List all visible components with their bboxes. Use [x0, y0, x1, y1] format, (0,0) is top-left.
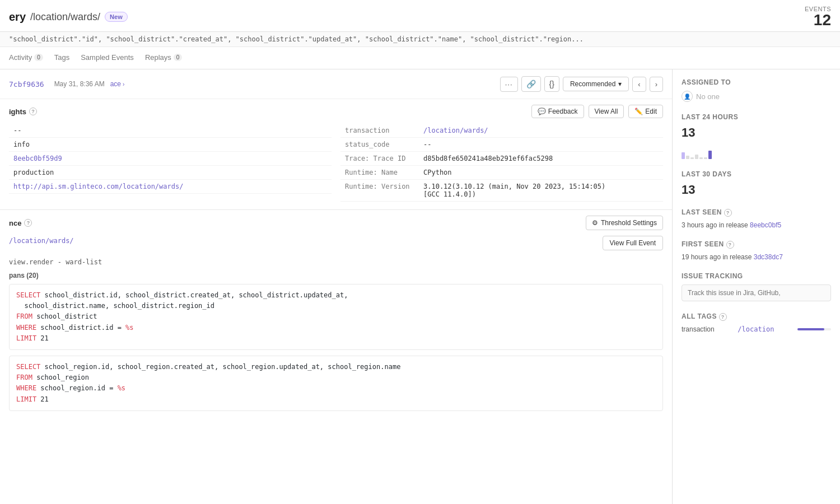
prev-icon: ‹: [638, 80, 640, 88]
tag-value-link[interactable]: /location: [738, 325, 774, 333]
tab-replays-label: Replays: [145, 53, 171, 62]
sql-normal: school_region.id, school_region.created_…: [45, 363, 401, 371]
prev-button[interactable]: ‹: [632, 77, 646, 92]
next-icon: ›: [655, 80, 657, 88]
spans-header: pans (20): [9, 272, 663, 279]
perf-url[interactable]: /location/wards/: [9, 237, 74, 245]
threshold-label: Threshold Settings: [601, 219, 657, 227]
left-row-5-link[interactable]: http://api.sm.glinteco.com/location/ward…: [9, 180, 332, 194]
tab-replays-badge: 0: [174, 54, 183, 61]
sql-normal: school_district.id, school_district.crea…: [45, 291, 348, 299]
recommended-button[interactable]: Recommended ▾: [563, 77, 629, 91]
kv-key-2: status_code: [340, 138, 419, 152]
sql-normal: school_district.id =: [40, 324, 125, 332]
issue-tracking-input[interactable]: [682, 284, 831, 301]
insights-title: ights ?: [9, 108, 37, 116]
details-col-right: transaction /location/wards/ status_code…: [340, 124, 663, 202]
sql-line: LIMIT 21: [16, 333, 656, 344]
first-seen-release-link[interactable]: 3dc38dc7: [754, 253, 783, 261]
tab-tags-label: Tags: [54, 53, 69, 62]
edit-label: Edit: [645, 108, 657, 115]
sql-normal: 21: [40, 395, 48, 403]
last-24h-chart: [682, 142, 831, 159]
all-tags-label: All Tags ?: [682, 312, 831, 321]
no-one-label: No one: [696, 92, 720, 101]
details-grid: -- info 8eebc0bf59d9 production: [9, 124, 663, 202]
tab-sampled-events[interactable]: Sampled Events: [81, 49, 134, 67]
issue-tracking-label: Issue Tracking: [682, 272, 831, 280]
first-seen-label: First Seen ?: [682, 240, 831, 249]
more-button[interactable]: ···: [500, 77, 518, 92]
sql-normal: 21: [40, 334, 48, 342]
trace-label: ace: [110, 80, 121, 88]
table-row: 8eebc0bf59d9: [9, 152, 332, 166]
all-tags-help-icon[interactable]: ?: [719, 313, 727, 321]
table-row: Trace: Trace ID d85bd8fe650241a48eb291ef…: [340, 152, 663, 166]
left-row-4-val: production: [9, 166, 332, 180]
gear-icon: ⚙: [592, 219, 598, 227]
link-button[interactable]: 🔗: [521, 76, 541, 92]
insights-help-icon[interactable]: ?: [29, 108, 37, 115]
last-seen-section: Last Seen ? 3 hours ago in release 8eebc…: [682, 208, 831, 229]
kv-val-2: --: [419, 138, 663, 152]
trace-link[interactable]: ace ›: [110, 80, 125, 88]
last-seen-time: 3 hours ago in release: [682, 221, 748, 229]
feedback-button[interactable]: 💬 Feedback: [531, 105, 584, 118]
code-button[interactable]: {}: [544, 76, 559, 92]
sql-keyword: %s: [118, 384, 125, 392]
table-row: Runtime: Version 3.10.12(3.10.12 (main, …: [340, 180, 663, 202]
edit-icon: ✏️: [634, 108, 643, 115]
kv-val-5: 3.10.12(3.10.12 (main, Nov 20 2023, 15:1…: [419, 180, 663, 202]
tab-replays[interactable]: Replays 0: [145, 49, 183, 67]
page-wrapper: ery /location/wards/ New EVENTS 12 "scho…: [0, 0, 840, 504]
assigned-to-section: Assigned To 👤 No one: [682, 78, 831, 102]
feedback-icon: 💬: [538, 108, 546, 115]
left-kv-table: -- info 8eebc0bf59d9 production: [9, 124, 332, 194]
top-bar: ery /location/wards/ New EVENTS 12: [0, 0, 840, 32]
tab-activity[interactable]: Activity 0: [9, 49, 43, 67]
sql-keyword: SELECT: [16, 363, 40, 371]
view-full-event-button[interactable]: View Full Event: [603, 236, 663, 250]
link-icon: 🔗: [526, 80, 536, 88]
tab-tags[interactable]: Tags: [54, 49, 69, 67]
issue-type: ery: [9, 11, 26, 24]
threshold-settings-button[interactable]: ⚙ Threshold Settings: [586, 216, 663, 230]
table-row: http://api.sm.glinteco.com/location/ward…: [9, 180, 332, 194]
perf-help-icon[interactable]: ?: [24, 219, 32, 227]
sql-line: FROM school_region: [16, 372, 656, 383]
last-30d-label: Last 30 Days: [682, 170, 831, 178]
next-button[interactable]: ›: [650, 77, 663, 92]
chart-bar: [704, 157, 707, 159]
last-seen-release-link[interactable]: 8eebc0bf5: [750, 221, 781, 229]
insights-section: ights ? 💬 Feedback View All ✏️: [0, 99, 672, 209]
chart-bar: [708, 151, 712, 159]
edit-button[interactable]: ✏️ Edit: [628, 105, 663, 118]
all-tags-section: All Tags ? transaction /location: [682, 312, 831, 333]
kv-val-1[interactable]: /location/wards/: [419, 124, 663, 138]
chart-bar: [695, 155, 698, 159]
kv-val-3: d85bd8fe650241a48eb291ef6fac5298: [419, 152, 663, 166]
last-seen-label-text: Last Seen: [682, 208, 722, 216]
view-all-button[interactable]: View All: [589, 105, 624, 118]
new-badge: New: [105, 12, 128, 22]
assigned-to-label: Assigned To: [682, 78, 831, 86]
sql-keyword: LIMIT: [16, 395, 36, 403]
event-header: 7cbf9636 May 31, 8:36 AM ace › ··· 🔗 {} …: [0, 69, 672, 99]
sql-keyword: SELECT: [16, 291, 40, 299]
sql-normal: school_region.id =: [40, 384, 117, 392]
table-row: production: [9, 166, 332, 180]
render-label: view.render - ward-list: [9, 254, 663, 266]
sql-block-1: SELECT school_district.id, school_distri…: [9, 284, 663, 350]
chart-bar: [682, 152, 685, 159]
first-seen-label-text: First Seen: [682, 240, 724, 248]
left-row-1-val: --: [9, 124, 332, 138]
sql-keyword: WHERE: [16, 384, 36, 392]
performance-section: nce ? ⚙ Threshold Settings /location/war…: [0, 209, 672, 422]
sql-normal: school_district: [36, 312, 97, 320]
sql-keyword: FROM: [16, 312, 32, 320]
last-seen-help-icon[interactable]: ?: [724, 209, 732, 217]
left-row-3-link[interactable]: 8eebc0bf59d9: [9, 152, 332, 166]
sql-line: FROM school_district: [16, 311, 656, 322]
first-seen-help-icon[interactable]: ?: [726, 241, 734, 249]
last-30d-section: Last 30 Days 13: [682, 170, 831, 197]
